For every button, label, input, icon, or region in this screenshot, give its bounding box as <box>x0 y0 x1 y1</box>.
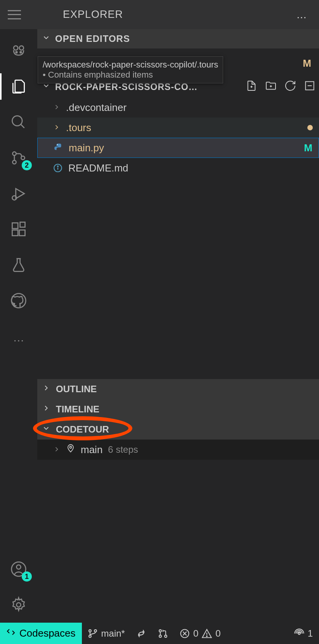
tour-steps: 6 steps <box>108 444 138 455</box>
tooltip-note: • Contains emphasized items <box>43 70 218 80</box>
modified-badge: M <box>304 142 312 154</box>
status-sync[interactable] <box>130 628 152 639</box>
search-icon[interactable] <box>9 112 29 132</box>
svg-line-5 <box>21 125 24 128</box>
section-label: OUTLINE <box>56 384 97 395</box>
account-icon[interactable]: 1 <box>9 559 29 579</box>
chevron-right-icon <box>53 444 61 456</box>
file-readme[interactable]: README.md <box>37 158 319 178</box>
source-control-icon[interactable]: 2 <box>9 148 29 168</box>
svg-point-7 <box>12 160 16 164</box>
python-file-icon <box>53 143 63 153</box>
refresh-icon[interactable] <box>284 80 296 94</box>
extensions-icon[interactable] <box>9 219 29 239</box>
svg-point-2 <box>16 52 17 53</box>
file-label: README.md <box>68 162 128 174</box>
section-label: OPEN EDITORS <box>55 33 130 44</box>
hamburger-menu-icon[interactable] <box>8 10 21 19</box>
chevron-down-icon <box>42 424 50 435</box>
status-bar: Codespaces main* 0 0 1 <box>0 623 319 644</box>
svg-point-20 <box>57 144 58 145</box>
folder-label: .tours <box>66 122 91 134</box>
branch-name: main* <box>101 628 125 639</box>
svg-rect-11 <box>12 230 18 236</box>
file-main-py[interactable]: main.py M <box>37 138 319 158</box>
status-ports[interactable]: 1 <box>288 628 319 639</box>
tour-name: main <box>81 444 102 456</box>
svg-point-27 <box>94 630 97 632</box>
svg-point-3 <box>20 52 22 53</box>
tooltip-path: /workspaces/rock-paper-scissors-copilot/… <box>43 60 218 70</box>
modified-dot-icon <box>307 125 313 130</box>
explorer-sidebar: OPEN EDITORS M ROCK-PAPER-SCISSORS-COPI…… <box>37 29 319 623</box>
chevron-right-icon <box>42 384 50 395</box>
warning-count: 0 <box>215 628 220 639</box>
status-branch[interactable]: main* <box>82 628 130 639</box>
svg-point-1 <box>19 46 24 50</box>
svg-point-36 <box>298 632 300 634</box>
collapse-icon[interactable] <box>303 80 316 94</box>
new-file-icon[interactable] <box>245 80 258 94</box>
testing-icon[interactable] <box>9 255 29 275</box>
settings-gear-icon[interactable] <box>9 595 29 615</box>
status-problems[interactable]: 0 0 <box>174 628 226 639</box>
svg-rect-13 <box>20 222 25 227</box>
remote-icon <box>6 627 16 639</box>
source-control-badge: 2 <box>22 160 32 170</box>
folder-tours[interactable]: .tours <box>37 118 319 138</box>
run-debug-icon[interactable] <box>9 184 29 204</box>
timeline-section[interactable]: TIMELINE <box>37 399 319 419</box>
svg-point-14 <box>12 294 26 308</box>
explorer-icon[interactable] <box>9 76 29 97</box>
copilot-icon[interactable] <box>9 41 29 61</box>
svg-point-29 <box>159 635 161 637</box>
panel-title: EXPLORER <box>63 9 123 21</box>
svg-point-30 <box>165 635 167 637</box>
chevron-right-icon <box>42 404 50 415</box>
codetour-item[interactable]: main 6 steps <box>37 440 319 460</box>
svg-point-26 <box>89 635 91 637</box>
modified-badge: M <box>303 57 311 69</box>
codespaces-label: Codespaces <box>19 627 76 639</box>
chevron-right-icon <box>53 122 61 134</box>
svg-point-0 <box>14 46 18 50</box>
section-label: TIMELINE <box>56 404 99 415</box>
map-pin-icon <box>66 444 75 456</box>
status-pr[interactable] <box>152 628 174 639</box>
tooltip: /workspaces/rock-paper-scissors-copilot/… <box>38 56 223 83</box>
svg-point-6 <box>12 152 16 155</box>
svg-point-23 <box>57 166 58 167</box>
outline-section[interactable]: OUTLINE <box>37 379 319 399</box>
svg-point-28 <box>159 630 161 632</box>
svg-point-35 <box>206 636 207 637</box>
github-icon[interactable] <box>9 291 29 311</box>
svg-point-8 <box>21 156 24 159</box>
more-actions-icon[interactable]: ⋯ <box>296 12 307 24</box>
account-badge: 1 <box>22 571 32 582</box>
svg-point-16 <box>17 565 21 569</box>
chevron-right-icon <box>53 102 61 114</box>
folder-label: .devcontainer <box>66 102 127 114</box>
codetour-section[interactable]: CODETOUR <box>37 419 319 440</box>
svg-point-4 <box>12 116 23 126</box>
info-file-icon <box>53 163 63 173</box>
file-label: main.py <box>69 142 104 154</box>
activity-bar: 2 ⋯ 1 <box>0 29 37 623</box>
overflow-icon[interactable]: ⋯ <box>9 330 29 350</box>
new-folder-icon[interactable] <box>265 80 277 94</box>
status-codespaces[interactable]: Codespaces <box>0 623 82 644</box>
section-label: CODETOUR <box>56 424 109 435</box>
ports-count: 1 <box>308 628 313 639</box>
error-count: 0 <box>193 628 198 639</box>
titlebar: EXPLORER ⋯ <box>0 0 319 29</box>
open-editors-section[interactable]: OPEN EDITORS <box>37 29 319 48</box>
svg-rect-12 <box>19 230 25 236</box>
folder-devcontainer[interactable]: .devcontainer <box>37 97 319 118</box>
svg-rect-10 <box>12 223 18 229</box>
svg-point-17 <box>17 603 21 607</box>
svg-point-25 <box>89 630 91 632</box>
chevron-down-icon <box>42 33 50 44</box>
svg-point-24 <box>70 446 72 448</box>
